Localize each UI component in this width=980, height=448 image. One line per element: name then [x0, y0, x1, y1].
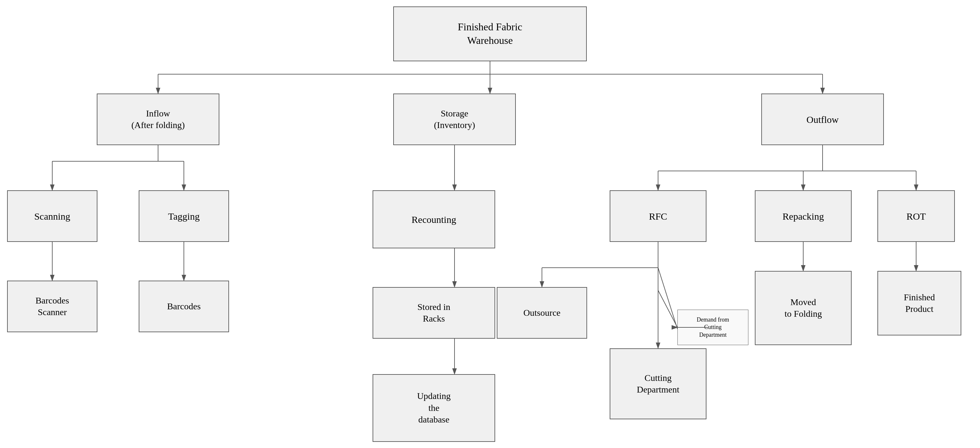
svg-line-28: [658, 268, 678, 329]
node-stored-racks: Stored inRacks: [372, 287, 495, 338]
flowchart-diagram: Finished FabricWarehouse Inflow(After fo…: [0, 0, 980, 448]
node-scanning: Scanning: [7, 190, 97, 242]
node-outflow: Outflow: [761, 94, 884, 145]
note-demand-cutting-dept: Demand fromCuttingDepartment: [678, 310, 748, 345]
node-repacking: Repacking: [755, 190, 852, 242]
node-finished-product: FinishedProduct: [877, 271, 961, 335]
node-barcodes: Barcodes: [139, 281, 229, 332]
node-rot: ROT: [877, 190, 955, 242]
node-inflow: Inflow(After folding): [97, 94, 220, 145]
node-recounting: Recounting: [372, 190, 495, 248]
node-rfc: RFC: [610, 190, 706, 242]
node-root: Finished FabricWarehouse: [393, 6, 587, 61]
node-updating-database: Updatingthedatabase: [372, 374, 495, 442]
node-tagging: Tagging: [139, 190, 229, 242]
node-outsource: Outsource: [497, 287, 587, 338]
node-storage: Storage(Inventory): [393, 94, 516, 145]
node-moved-to-folding: Movedto Folding: [755, 271, 852, 345]
node-barcodes-scanner: BarcodesScanner: [7, 281, 97, 332]
svg-line-34: [658, 290, 678, 327]
node-cutting-department: CuttingDepartment: [610, 348, 706, 419]
